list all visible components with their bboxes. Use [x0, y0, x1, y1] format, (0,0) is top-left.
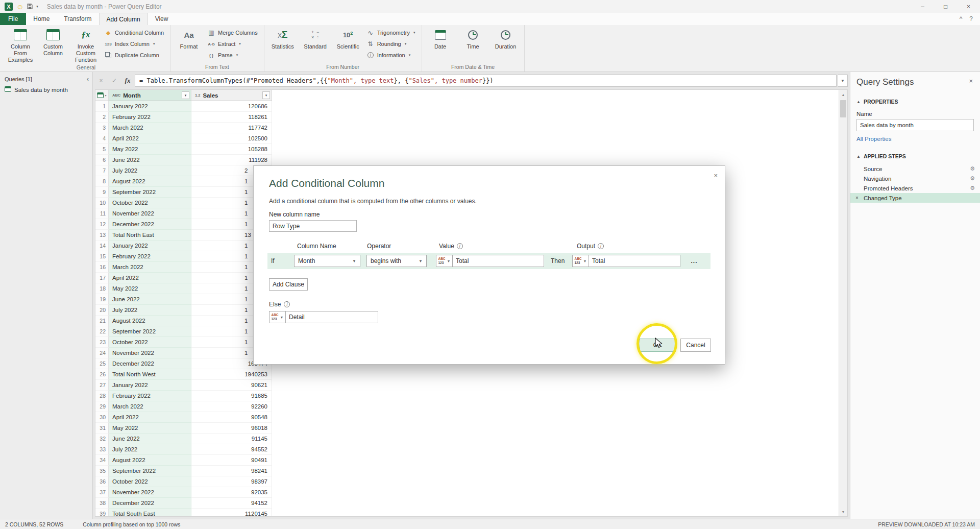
cell-month[interactable]: March 2022 — [109, 401, 191, 412]
cell-sales[interactable]: 90491 — [191, 455, 272, 466]
row-number[interactable]: 12 — [95, 219, 109, 230]
cell-month[interactable]: December 2022 — [109, 498, 191, 509]
cell-sales[interactable]: 91685 — [191, 391, 272, 401]
cell-sales[interactable]: 102500 — [191, 133, 272, 144]
applied-step-navigation[interactable]: Navigation⚙ — [850, 174, 980, 183]
applied-step-promoted-headers[interactable]: Promoted Headers⚙ — [850, 183, 980, 193]
cell-month[interactable]: August 2022 — [109, 176, 191, 187]
column-header-month[interactable]: ABCMonth▾ — [109, 90, 191, 101]
cell-month[interactable]: November 2022 — [109, 348, 191, 358]
cell-month[interactable]: February 2022 — [109, 391, 191, 401]
row-number[interactable]: 25 — [95, 358, 109, 369]
row-number[interactable]: 31 — [95, 423, 109, 434]
cancel-formula-icon[interactable]: × — [95, 75, 107, 86]
ribbon-button-custom-column[interactable]: Custom Column — [37, 26, 69, 64]
ribbon-button-extract[interactable]: A·bExtract▾ — [205, 39, 262, 49]
cell-month[interactable]: October 2022 — [109, 476, 191, 487]
row-number[interactable]: 15 — [95, 251, 109, 262]
filter-icon[interactable]: ▾ — [262, 91, 270, 99]
row-number[interactable]: 17 — [95, 273, 109, 283]
applied-step-changed-type[interactable]: ×Changed Type — [850, 193, 980, 203]
ribbon-button-trigonometry[interactable]: ∿Trigonometry▾ — [364, 28, 420, 38]
query-name-input[interactable] — [856, 119, 974, 131]
cell-month[interactable]: February 2022 — [109, 112, 191, 123]
row-number[interactable]: 39 — [95, 509, 109, 516]
row-number[interactable]: 35 — [95, 466, 109, 476]
properties-section-header[interactable]: ▲ PROPERTIES — [856, 99, 974, 105]
maximize-button[interactable]: □ — [934, 0, 957, 13]
cell-sales[interactable]: 120686 — [191, 101, 272, 112]
smiley-feedback-icon[interactable]: ☺ — [16, 3, 23, 10]
ribbon-button-date[interactable]: Date — [424, 26, 457, 64]
row-number[interactable]: 32 — [95, 434, 109, 444]
cell-month[interactable]: Total North East — [109, 230, 191, 241]
column-header-sales[interactable]: 1.2Sales▾ — [191, 90, 272, 101]
delete-step-icon[interactable]: × — [855, 195, 864, 201]
ribbon-button-statistics[interactable]: ΧΣStatistics — [266, 26, 299, 64]
cell-month[interactable]: January 2022 — [109, 241, 191, 251]
cell-month[interactable]: Total North West — [109, 369, 191, 380]
ribbon-button-duplicate-column[interactable]: Duplicate Column — [102, 50, 168, 60]
scrollbar-thumb[interactable] — [840, 100, 846, 117]
close-button[interactable]: × — [957, 0, 980, 13]
cell-sales[interactable]: 94152 — [191, 498, 272, 509]
cell-month[interactable]: April 2022 — [109, 133, 191, 144]
column-name-select[interactable]: Month ▼ — [294, 255, 360, 267]
row-number[interactable]: 21 — [95, 316, 109, 326]
cell-month[interactable]: August 2022 — [109, 455, 191, 466]
value-input[interactable] — [452, 255, 544, 267]
cell-month[interactable]: June 2022 — [109, 434, 191, 444]
dialog-close-icon[interactable]: × — [714, 172, 718, 179]
cell-month[interactable]: March 2022 — [109, 262, 191, 273]
cell-month[interactable]: November 2022 — [109, 208, 191, 219]
row-number[interactable]: 18 — [95, 283, 109, 294]
row-number[interactable]: 37 — [95, 487, 109, 498]
cell-sales[interactable]: 1120145 — [191, 509, 272, 516]
operator-select[interactable]: begins with ▼ — [366, 255, 427, 267]
row-number[interactable]: 1 — [95, 101, 109, 112]
row-number[interactable]: 38 — [95, 498, 109, 509]
ribbon-button-information[interactable]: Information▾ — [364, 50, 420, 60]
row-number[interactable]: 23 — [95, 337, 109, 348]
cell-month[interactable]: May 2022 — [109, 283, 191, 294]
ribbon-button-standard[interactable]: +−×÷Standard — [299, 26, 332, 64]
add-clause-button[interactable]: Add Clause — [269, 278, 308, 291]
row-number[interactable]: 24 — [95, 348, 109, 358]
cell-month[interactable]: January 2022 — [109, 101, 191, 112]
cell-month[interactable]: April 2022 — [109, 273, 191, 283]
vertical-scrollbar[interactable]: ▲ ▼ — [839, 90, 847, 516]
minimize-button[interactable]: – — [911, 0, 934, 13]
cell-sales[interactable]: 90621 — [191, 380, 272, 391]
cell-month[interactable]: August 2022 — [109, 316, 191, 326]
cell-sales[interactable]: 98397 — [191, 476, 272, 487]
minimize-ribbon-icon[interactable]: ^ — [960, 15, 963, 22]
cell-month[interactable]: January 2022 — [109, 380, 191, 391]
cell-month[interactable]: March 2022 — [109, 123, 191, 133]
row-number[interactable]: 14 — [95, 241, 109, 251]
ribbon-button-scientific[interactable]: 102Scientific — [332, 26, 364, 64]
else-type-button[interactable]: ABC123 ▼ — [269, 311, 286, 323]
collapse-panel-icon[interactable]: ‹ — [87, 76, 89, 82]
row-number[interactable]: 11 — [95, 208, 109, 219]
ribbon-button-rounding[interactable]: ⇅Rounding▾ — [364, 39, 420, 49]
applied-steps-section-header[interactable]: ▲ APPLIED STEPS — [856, 153, 974, 159]
cell-month[interactable]: October 2022 — [109, 337, 191, 348]
row-number[interactable]: 9 — [95, 187, 109, 198]
step-settings-icon[interactable]: ⚙ — [970, 175, 975, 182]
cell-sales[interactable]: 92260 — [191, 401, 272, 412]
formula-expand-icon[interactable]: ▼ — [838, 75, 848, 87]
cancel-button[interactable]: Cancel — [680, 339, 711, 352]
row-number[interactable]: 22 — [95, 326, 109, 337]
help-icon[interactable]: ? — [969, 15, 973, 22]
cell-sales[interactable]: 94552 — [191, 444, 272, 455]
row-number[interactable]: 10 — [95, 198, 109, 208]
cell-month[interactable]: September 2022 — [109, 326, 191, 337]
formula-input[interactable]: = Table.TransformColumnTypes(#"Promoted … — [135, 75, 837, 87]
output-input[interactable] — [589, 255, 680, 267]
cell-sales[interactable]: 111928 — [191, 155, 272, 165]
step-settings-icon[interactable]: ⚙ — [970, 165, 975, 172]
scroll-up-icon[interactable]: ▲ — [839, 90, 847, 99]
cell-month[interactable]: September 2022 — [109, 187, 191, 198]
cell-sales[interactable]: 1940253 — [191, 369, 272, 380]
row-number[interactable]: 19 — [95, 294, 109, 305]
